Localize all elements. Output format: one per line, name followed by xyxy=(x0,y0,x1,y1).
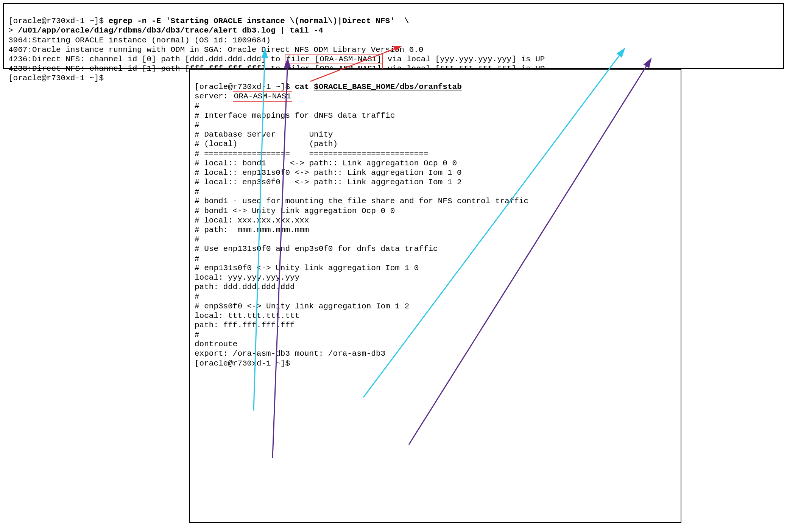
prompt: [oracle@r730xd-1 ~]$ xyxy=(195,359,290,368)
oranfstab-line: export: /ora-asm-db3 mount: /ora-asm-db3 xyxy=(195,349,385,358)
prompt: [oracle@r730xd-1 ~]$ xyxy=(8,17,109,25)
oranfstab-line: # Interface mappings for dNFS data traff… xyxy=(195,111,395,120)
oranfstab-line: # bond1 <-> Unity Link aggregation Ocp 0… xyxy=(195,207,395,215)
output-line: 4067:Oracle instance running with ODM in… xyxy=(8,45,423,54)
output-line: 3964:Starting ORACLE instance (normal) (… xyxy=(8,36,271,45)
oranfstab-line: path: fff.fff.fff.fff xyxy=(195,321,295,330)
terminal-top: [oracle@r730xd-1 ~]$ egrep -n -E 'Starti… xyxy=(3,3,784,69)
oranfstab-line: dontroute xyxy=(195,340,237,348)
oranfstab-line: # bond1 - used for mounting the file sha… xyxy=(195,197,528,205)
oranfstab-line: # Use enp131s0f0 and enp3s0f0 for dnfs d… xyxy=(195,244,438,253)
output-line: 4236:Direct NFS: channel id [0] path [dd… xyxy=(8,55,545,64)
oranfstab-line: server: ORA-ASM-NAS1 xyxy=(195,92,292,101)
filer-highlight: filer [ORA-ASM-NAS1] xyxy=(285,54,383,64)
continuation-prompt: > xyxy=(8,26,18,35)
prompt: [oracle@r730xd-1 ~]$ xyxy=(8,74,104,82)
oranfstab-line: # xyxy=(195,235,199,244)
oranfstab-line: local: ttt.ttt.ttt.ttt xyxy=(195,311,299,320)
oranfstab-line: # xyxy=(195,102,199,110)
server-highlight: ORA-ASM-NAS1 xyxy=(233,91,292,101)
oranfstab-line: # local:: enp131s0f0 <-> path:: Link agg… xyxy=(195,168,462,177)
oranfstab-line: # xyxy=(195,121,199,129)
diagram-stage: [oracle@r730xd-1 ~]$ egrep -n -E 'Starti… xyxy=(0,0,787,532)
oranfstab-line: # path: mmm.mmm.mmm.mmm xyxy=(195,226,309,234)
oranfstab-line: # ================== ===================… xyxy=(195,149,429,158)
oranfstab-line: # xyxy=(195,330,199,339)
oranfstab-line: # xyxy=(195,254,199,263)
oranfstab-line: path: ddd.ddd.ddd.ddd xyxy=(195,283,295,291)
terminal-bottom: [oracle@r730xd-1 ~]$ cat $ORACLE_BASE_HO… xyxy=(189,69,681,523)
oranfstab-line: # local: xxx.xxx.xxx.xxx xyxy=(195,216,309,225)
command-cat: cat $ORACLE_BASE_HOME/dbs/oranfstab xyxy=(295,82,462,91)
oranfstab-line: # local:: bond1 <-> path:: Link aggregat… xyxy=(195,159,457,168)
command-path: /u01/app/oracle/diag/rdbms/db3/db3/trace… xyxy=(18,26,323,35)
prompt: [oracle@r730xd-1 ~]$ xyxy=(195,82,295,91)
oranfstab-line: # local:: enp3s0f0 <-> path:: Link aggre… xyxy=(195,178,462,187)
oranfstab-line: # xyxy=(195,292,199,301)
command-egrep: egrep -n -E 'Starting ORACLE instance \(… xyxy=(109,17,409,25)
oranfstab-line: # enp3s0f0 <-> Unity link aggregation Io… xyxy=(195,302,409,311)
oranfstab-line: # xyxy=(195,187,199,196)
oranfstab-line: # enp131s0f0 <-> Unity link aggregation … xyxy=(195,264,419,272)
oranfstab-line: # Database Server Unity xyxy=(195,130,333,139)
oranfstab-line: local: yyy.yyy.yyy.yyy xyxy=(195,273,299,282)
oranfstab-line: # (local) (path) xyxy=(195,140,338,148)
